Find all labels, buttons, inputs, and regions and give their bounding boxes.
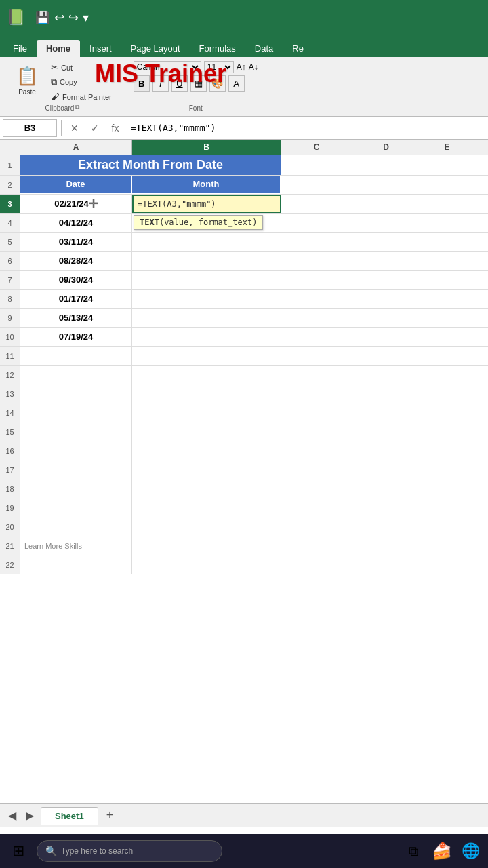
cell-e17[interactable]: [420, 460, 474, 479]
cell-b16[interactable]: [132, 441, 281, 460]
formula-input[interactable]: [127, 121, 485, 134]
cell-d6[interactable]: [352, 252, 420, 270]
font-size-select[interactable]: 11: [204, 61, 234, 73]
cell-e22[interactable]: [420, 555, 474, 574]
cell-c9[interactable]: [281, 309, 352, 327]
cell-e9[interactable]: [420, 309, 474, 327]
cell-b14[interactable]: [132, 403, 281, 422]
cell-a19[interactable]: [20, 498, 132, 517]
copy-button[interactable]: ⧉ Copy: [47, 75, 115, 89]
col-header-c[interactable]: C: [281, 140, 352, 155]
cell-d16[interactable]: [352, 441, 420, 460]
date-cell-7[interactable]: 09/30/24: [20, 271, 132, 289]
increase-font-button[interactable]: A↑: [237, 62, 246, 72]
cell-d14[interactable]: [352, 403, 420, 422]
date-cell-10[interactable]: 07/19/24: [20, 328, 132, 346]
font-color-button[interactable]: A: [228, 75, 245, 92]
cell-d18[interactable]: [352, 479, 420, 498]
start-button[interactable]: ⊞: [5, 838, 31, 864]
cell-a22[interactable]: [20, 555, 132, 574]
cell-c12[interactable]: [281, 366, 352, 384]
cell-b19[interactable]: [132, 498, 281, 517]
cell-a21[interactable]: Learn More Skills: [20, 536, 132, 555]
cell-d11[interactable]: [352, 347, 420, 365]
formula-cell-b3[interactable]: =TEXT(A3,"mmmm") TEXT(value, format_text…: [132, 195, 281, 213]
fill-color-button[interactable]: 🎨: [209, 75, 226, 92]
cell-b22[interactable]: [132, 555, 281, 574]
italic-button[interactable]: I: [152, 75, 169, 92]
cut-button[interactable]: ✂ Cut: [47, 61, 115, 74]
cell-c22[interactable]: [281, 555, 352, 574]
cell-a15[interactable]: [20, 422, 132, 441]
sheet-prev-button[interactable]: ◀: [5, 809, 19, 822]
date-cell-5[interactable]: 03/11/24: [20, 233, 132, 251]
redo-button[interactable]: ↪: [68, 10, 79, 25]
cell-e10[interactable]: [420, 328, 474, 346]
cell-e12[interactable]: [420, 366, 474, 384]
sheet-tab-sheet1[interactable]: Sheet1: [41, 807, 98, 825]
date-cell-6[interactable]: 08/28/24: [20, 252, 132, 270]
cell-b20[interactable]: [132, 517, 281, 536]
cell-c6[interactable]: [281, 252, 352, 270]
cell-c11[interactable]: [281, 347, 352, 365]
col-header-e[interactable]: E: [420, 140, 474, 155]
cell-d12[interactable]: [352, 366, 420, 384]
tab-formulas[interactable]: Formulas: [190, 40, 245, 57]
bold-button[interactable]: B: [134, 75, 150, 92]
cell-a18[interactable]: [20, 479, 132, 498]
cell-a12[interactable]: [20, 366, 132, 384]
date-cell-4[interactable]: 04/12/24: [20, 214, 132, 232]
cell-c2[interactable]: [281, 176, 352, 194]
cell-b17[interactable]: [132, 460, 281, 479]
cell-e5[interactable]: [420, 233, 474, 251]
cell-d3[interactable]: [352, 195, 420, 213]
paste-button[interactable]: 📋 Paste: [9, 61, 45, 100]
cell-b13[interactable]: [132, 384, 281, 403]
cell-c10[interactable]: [281, 328, 352, 346]
save-button[interactable]: 💾: [35, 10, 50, 25]
month-cell-5[interactable]: [132, 233, 281, 251]
cell-b12[interactable]: [132, 366, 281, 384]
cell-d21[interactable]: [352, 536, 420, 555]
format-painter-button[interactable]: 🖌 Format Painter: [47, 90, 115, 103]
tab-data[interactable]: Data: [245, 40, 283, 57]
cell-a14[interactable]: [20, 403, 132, 422]
cell-e8[interactable]: [420, 290, 474, 308]
cell-e16[interactable]: [420, 441, 474, 460]
cell-c1[interactable]: [281, 155, 352, 175]
cell-d20[interactable]: [352, 517, 420, 536]
cell-d22[interactable]: [352, 555, 420, 574]
cell-a11[interactable]: [20, 347, 132, 365]
fx-button[interactable]: fx: [106, 119, 124, 137]
tab-page-layout[interactable]: Page Layout: [121, 40, 190, 57]
cell-c19[interactable]: [281, 498, 352, 517]
col-header-a[interactable]: A: [20, 140, 132, 155]
cell-d5[interactable]: [352, 233, 420, 251]
cell-c20[interactable]: [281, 517, 352, 536]
cell-e14[interactable]: [420, 403, 474, 422]
taskbar-search-box[interactable]: 🔍 Type here to search: [37, 840, 222, 862]
cell-b11[interactable]: [132, 347, 281, 365]
month-cell-7[interactable]: [132, 271, 281, 289]
cell-e15[interactable]: [420, 422, 474, 441]
date-header-cell[interactable]: Date: [20, 176, 132, 194]
cell-reference-box[interactable]: [3, 119, 57, 137]
cancel-button[interactable]: ✕: [66, 119, 83, 137]
cell-e19[interactable]: [420, 498, 474, 517]
confirm-button[interactable]: ✓: [86, 119, 104, 137]
edge-browser-icon[interactable]: 🌐: [458, 839, 483, 863]
cell-d4[interactable]: [352, 214, 420, 232]
cell-d8[interactable]: [352, 290, 420, 308]
date-cell-9[interactable]: 05/13/24: [20, 309, 132, 327]
title-cell[interactable]: Extract Month From Date: [20, 155, 281, 175]
month-header-cell[interactable]: Month: [132, 176, 281, 194]
cell-c7[interactable]: [281, 271, 352, 289]
cell-e1[interactable]: [420, 155, 474, 175]
tab-insert[interactable]: Insert: [80, 40, 121, 57]
qat-dropdown[interactable]: ▾: [83, 10, 89, 25]
col-header-d[interactable]: D: [352, 140, 420, 155]
cell-e2[interactable]: [420, 176, 474, 194]
month-cell-6[interactable]: [132, 252, 281, 270]
cell-e3[interactable]: [420, 195, 474, 213]
cell-c15[interactable]: [281, 422, 352, 441]
